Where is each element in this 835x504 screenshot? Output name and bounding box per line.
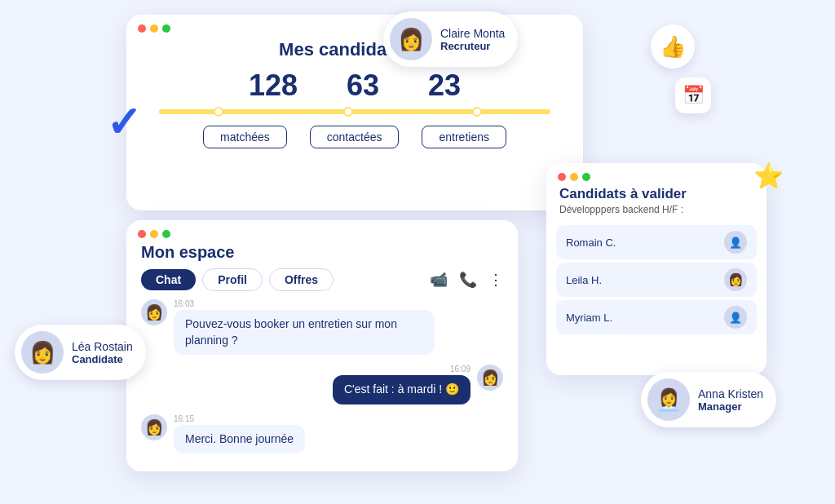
anna-name: Anna Kristen [698, 387, 763, 400]
tab-profil[interactable]: Profil [202, 268, 263, 291]
lea-info: Léa Rostain Candidate [72, 340, 133, 365]
video-icon[interactable]: 📹 [430, 271, 448, 289]
msg-bubble-3: Merci. Bonne journée [174, 425, 305, 454]
chat-header: Mon espace Chat Profil Offres 📹 📞 ⋮ [126, 243, 518, 291]
label-matched: matchées [203, 126, 287, 148]
claire-info: Claire Monta Recruteur [440, 27, 505, 52]
tab-row: Chat Profil Offres 📹 📞 ⋮ [141, 268, 503, 291]
chat-window-controls [126, 220, 518, 238]
claire-avatar: 👩 [390, 18, 432, 60]
stats-row: 128 63 23 [126, 69, 583, 103]
candidats-dot-red [558, 173, 566, 181]
msg-time-3: 16:15 [174, 414, 305, 423]
candidats-card: Candidats à valider Développpers backend… [546, 163, 767, 375]
chat-messages: 👩 16:03 Pouvez-vous booker un entretien … [126, 291, 518, 453]
dot-red [138, 24, 146, 33]
anna-role: Manager [698, 400, 763, 413]
profile-bubble-lea: 👩 Léa Rostain Candidate [15, 325, 146, 380]
candidate-name-2: Leila H. [566, 274, 602, 286]
sender-avatar-1: 👩 [141, 299, 167, 325]
calendar-icon: 📅 [675, 77, 711, 113]
labels-row: matchées contactées entretiens [126, 126, 583, 148]
candidats-subtitle: Développpers backend H/F : [546, 202, 767, 222]
progress-track [159, 109, 550, 114]
stat-contacted: 63 [347, 69, 379, 103]
tab-chat[interactable]: Chat [141, 269, 196, 290]
msg-content-3: 16:15 Merci. Bonne journée [174, 414, 305, 454]
label-contacted: contactées [310, 126, 400, 148]
stat-interviews: 23 [428, 69, 461, 103]
dot-green [162, 24, 170, 33]
candidate-avatar-2: 👩 [724, 268, 747, 291]
thumbsup-icon: 👍 [651, 24, 695, 69]
lea-avatar: 👩 [21, 331, 64, 374]
message-2: 👩 16:09 C'est fait : à mardi ! 🙂 [141, 365, 503, 405]
chat-dot-yellow [150, 230, 158, 238]
profile-bubble-claire: 👩 Claire Monta Recruteur [383, 11, 518, 67]
candidats-title: Candidats à valider [546, 186, 767, 202]
msg-time-1: 16:03 [174, 299, 435, 308]
chat-dot-green [162, 230, 170, 238]
message-3: 👩 16:15 Merci. Bonne journée [141, 414, 503, 454]
candidate-avatar-1: 👤 [724, 231, 747, 254]
dot-yellow [150, 24, 158, 33]
msg-content-2: 16:09 C'est fait : à mardi ! 🙂 [333, 365, 471, 405]
progress-dot-1 [214, 107, 223, 117]
candidate-name-3: Myriam L. [566, 312, 612, 324]
phone-icon[interactable]: 📞 [459, 271, 477, 289]
stat-matched: 128 [249, 69, 298, 103]
profile-bubble-anna: 👩‍💼 Anna Kristen Manager [641, 372, 776, 427]
chat-action-icons: 📹 📞 ⋮ [430, 271, 503, 289]
chat-card: Mon espace Chat Profil Offres 📹 📞 ⋮ 👩 1 [126, 220, 518, 471]
candidats-dot-green [582, 173, 590, 181]
message-1: 👩 16:03 Pouvez-vous booker un entretien … [141, 299, 503, 355]
candidate-name-1: Romain C. [566, 237, 616, 249]
star-icon: ⭐ [753, 161, 784, 190]
candidate-row-1[interactable]: Romain C. 👤 [556, 225, 757, 259]
label-interviews: entretiens [422, 126, 506, 148]
msg-bubble-2: C'est fait : à mardi ! 🙂 [333, 375, 471, 405]
anna-info: Anna Kristen Manager [698, 387, 763, 413]
scene: Mes candidatures 128 63 23 matchées cont… [0, 0, 835, 504]
candidate-row-2[interactable]: Leila H. 👩 [556, 263, 757, 297]
tab-offres[interactable]: Offres [269, 268, 334, 291]
menu-icon[interactable]: ⋮ [488, 271, 503, 289]
candidate-avatar-3: 👤 [724, 306, 747, 329]
claire-name: Claire Monta [440, 27, 505, 40]
sender-avatar-3: 👩 [141, 414, 167, 440]
claire-role: Recruteur [440, 40, 505, 52]
msg-time-2: 16:09 [333, 365, 471, 374]
candidats-window-controls [546, 163, 767, 181]
chat-title: Mon espace [141, 243, 503, 262]
lea-name: Léa Rostain [72, 340, 133, 353]
anna-avatar: 👩‍💼 [647, 378, 690, 421]
lea-role: Candidate [72, 353, 133, 365]
sender-avatar-2: 👩 [477, 365, 503, 391]
progress-dot-2 [343, 107, 353, 117]
msg-content-1: 16:03 Pouvez-vous booker un entretien su… [174, 299, 435, 355]
chat-dot-red [138, 230, 146, 238]
msg-bubble-1: Pouvez-vous booker un entretien sur mon … [174, 310, 435, 355]
candidate-row-3[interactable]: Myriam L. 👤 [556, 300, 757, 334]
progress-dot-3 [472, 107, 482, 117]
check-icon: ✓ [106, 98, 142, 147]
candidats-dot-yellow [570, 173, 578, 181]
